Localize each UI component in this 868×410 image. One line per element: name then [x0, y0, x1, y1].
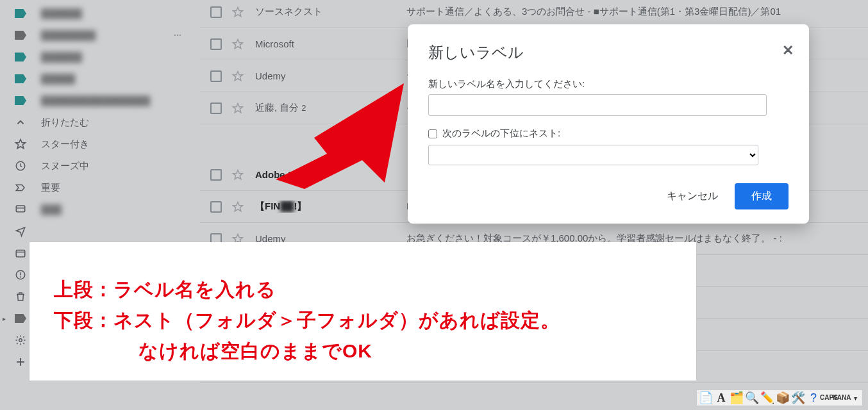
- sidebar-item-label: スヌーズ中: [41, 160, 182, 172]
- svg-rect-6: [16, 250, 25, 258]
- annotation-line2: 下段：ネスト（フォルダ＞子フォルダ）があれば設定。: [54, 305, 672, 336]
- chevron-up-icon: [14, 116, 27, 129]
- close-icon[interactable]: ✕: [782, 42, 794, 59]
- sidebar-label-text: ██████: [41, 52, 182, 63]
- sidebar-item-label: 折りたたむ: [41, 117, 182, 129]
- tray-icon[interactable]: 📄: [699, 391, 712, 404]
- star-icon[interactable]: [232, 169, 245, 181]
- sidebar-item-chats[interactable]: ███: [0, 199, 190, 220]
- sidebar-item-important[interactable]: 重要: [0, 177, 190, 199]
- nest-checkbox[interactable]: [428, 129, 437, 138]
- label-icon: [14, 72, 27, 85]
- send-later-icon: [14, 225, 27, 238]
- svg-point-10: [19, 339, 22, 342]
- sidebar-item-collapse[interactable]: 折りたたむ: [0, 111, 190, 133]
- select-checkbox[interactable]: [210, 169, 222, 181]
- tray-icon[interactable]: ✏️: [761, 391, 774, 404]
- mail-sender: 近藤, 自分2: [255, 102, 396, 114]
- important-icon: [14, 181, 27, 194]
- create-button[interactable]: 作成: [735, 183, 789, 209]
- mail-sender: Microsoft: [255, 38, 396, 49]
- svg-point-1: [177, 35, 178, 36]
- sidebar-item-scheduled[interactable]: [0, 220, 190, 242]
- sidebar-item-label: スター付き: [41, 138, 182, 151]
- label-icon: [14, 312, 27, 325]
- svg-marker-17: [233, 170, 243, 179]
- gear-icon: [14, 334, 27, 347]
- sidebar-label-text: █████: [41, 74, 182, 85]
- select-checkbox[interactable]: [210, 201, 222, 213]
- select-checkbox[interactable]: [210, 6, 222, 18]
- annotation-line1: 上段：ラベル名を入れる: [54, 274, 672, 305]
- tray-icon[interactable]: 🔍: [746, 391, 758, 404]
- svg-marker-13: [233, 7, 243, 16]
- tray-caps-indicator[interactable]: CAPSKANA: [822, 391, 848, 404]
- label-icon: [14, 7, 27, 20]
- tray-input-mode-icon[interactable]: A: [715, 391, 728, 404]
- mail-sender: ソースネクスト: [255, 6, 396, 18]
- sidebar-label-item[interactable]: ██████: [0, 46, 190, 68]
- label-name-input[interactable]: [428, 94, 767, 116]
- dialog-title: 新しいラベル: [428, 42, 789, 63]
- sidebar-label-item[interactable]: ██████: [0, 3, 190, 24]
- svg-marker-3: [16, 140, 26, 149]
- star-icon[interactable]: [232, 38, 245, 50]
- clock-icon: [14, 160, 27, 172]
- plus-icon: [14, 356, 27, 368]
- allmail-icon: [14, 247, 27, 259]
- trash-icon: [14, 290, 27, 303]
- sidebar-item-snoozed[interactable]: スヌーズ中: [0, 155, 190, 177]
- spam-icon: [14, 268, 27, 281]
- expand-caret-icon[interactable]: ▸: [3, 315, 6, 322]
- new-label-dialog: ✕ 新しいラベル 新しいラベル名を入力してください: 次のラベルの下位にネスト:…: [408, 24, 809, 224]
- label-name-prompt: 新しいラベル名を入力してください:: [428, 78, 789, 90]
- svg-point-9: [21, 277, 21, 277]
- sidebar-label-item[interactable]: ████████████████: [0, 90, 190, 111]
- more-icon[interactable]: [173, 31, 182, 40]
- select-checkbox[interactable]: [210, 70, 222, 82]
- svg-point-2: [179, 35, 181, 36]
- svg-marker-14: [233, 39, 243, 48]
- tray-icon[interactable]: 📦: [776, 391, 789, 404]
- svg-point-0: [174, 35, 176, 36]
- label-icon: [14, 29, 27, 42]
- tray-icon[interactable]: 🗂️: [730, 391, 743, 404]
- sidebar-label-item[interactable]: █████: [0, 68, 190, 90]
- select-checkbox[interactable]: [210, 38, 222, 50]
- sidebar-label-text: ██████: [41, 8, 182, 19]
- star-icon[interactable]: [232, 6, 245, 18]
- sidebar-item-label: ███: [41, 204, 182, 215]
- sidebar-label-item[interactable]: ████████: [0, 24, 190, 46]
- svg-marker-18: [233, 202, 243, 211]
- sidebar-label-text: ████████████████: [41, 95, 182, 106]
- label-icon: [14, 94, 27, 107]
- mail-sender: 【FIN██!】: [255, 201, 396, 213]
- ime-tray: 📄 A 🗂️ 🔍 ✏️ 📦 🛠️ ? CAPSKANA ▾: [696, 390, 863, 406]
- svg-rect-5: [16, 206, 25, 212]
- star-icon[interactable]: [232, 70, 245, 82]
- parent-label-select[interactable]: [428, 145, 758, 165]
- star-icon[interactable]: [232, 201, 245, 213]
- chat-icon: [14, 203, 27, 216]
- star-icon[interactable]: [232, 102, 245, 114]
- svg-marker-16: [233, 103, 243, 112]
- mail-subject: サポート通信／よくある、3つのお問合せ - ■サポート通信(第1・第3金曜日配信…: [406, 6, 863, 18]
- tray-dropdown-icon[interactable]: ▾: [851, 391, 860, 404]
- tray-help-icon[interactable]: ?: [807, 391, 820, 404]
- mail-sender: Udemy: [255, 70, 396, 81]
- annotation-line3: なければ空白のままでOK: [54, 336, 672, 366]
- label-icon: [14, 51, 27, 63]
- tray-icon[interactable]: 🛠️: [792, 391, 805, 404]
- annotation-panel: 上段：ラベル名を入れる 下段：ネスト（フォルダ＞子フォルダ）があれば設定。 なけ…: [29, 242, 696, 381]
- mail-sender: Adobe Stock: [255, 169, 396, 180]
- sidebar-item-starred[interactable]: スター付き: [0, 133, 190, 155]
- sidebar-label-text: ████████: [41, 30, 159, 41]
- star-icon: [14, 138, 27, 151]
- cancel-button[interactable]: キャンセル: [662, 183, 723, 209]
- sidebar-item-label: 重要: [41, 182, 182, 194]
- select-checkbox[interactable]: [210, 102, 222, 114]
- svg-marker-15: [233, 71, 243, 80]
- nest-prompt: 次のラベルの下位にネスト:: [442, 127, 560, 140]
